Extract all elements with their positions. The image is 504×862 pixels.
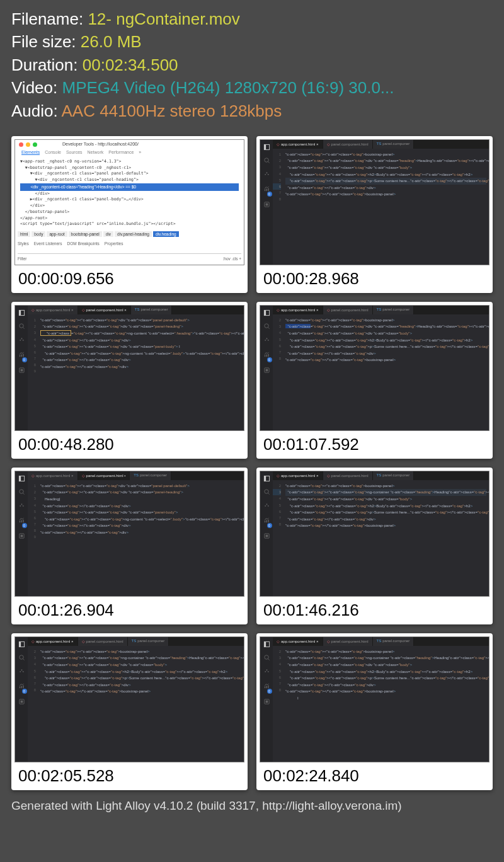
svg-line-63 xyxy=(23,658,24,660)
footer-text: Generated with Light Alloy v4.10.2 (buil… xyxy=(0,795,504,817)
svg-point-62 xyxy=(19,655,23,659)
svg-rect-83 xyxy=(265,701,268,703)
svg-point-76 xyxy=(266,669,267,670)
editor-tabs: ◇app.component.html ×◇panel.component.ht… xyxy=(28,637,244,646)
svg-line-3 xyxy=(268,161,269,163)
svg-rect-61 xyxy=(19,641,21,646)
timestamp: 00:02:05.528 xyxy=(14,762,244,787)
devtools-screenshot: Developer Tools - http://localhost:4200/… xyxy=(14,139,244,265)
dom-tree: ▼<app-root _nghost-c0 ng-version="4.1.3"… xyxy=(20,159,239,227)
editor-screenshot: 0◇app.component.html ×◇panel.component.h… xyxy=(14,471,244,597)
line-numbers: 2345678 xyxy=(273,314,283,430)
svg-rect-43 xyxy=(19,520,20,522)
svg-rect-44 xyxy=(21,520,21,522)
thumbnail-5[interactable]: 0◇app.component.html ×◇panel.component.h… xyxy=(11,468,248,624)
svg-rect-57 xyxy=(268,520,268,523)
duration-value: 00:02:34.500 xyxy=(83,55,178,74)
svg-line-51 xyxy=(268,493,269,494)
svg-point-50 xyxy=(264,490,268,493)
timestamp: 00:00:09.656 xyxy=(14,265,244,290)
thumbnail-3[interactable]: 0◇app.component.html ×◇panel.component.h… xyxy=(11,302,248,459)
code-content: "c-attr">class="c-tag"><"c-attr">class="… xyxy=(40,480,241,536)
thumbnail-grid: Developer Tools - http://localhost:4200/… xyxy=(0,127,504,795)
filename-label: Filename: xyxy=(11,9,88,28)
activity-bar: 0 xyxy=(15,637,28,762)
svg-point-40 xyxy=(21,503,22,505)
editor-screenshot: 0◇app.component.html ×◇panel.component.h… xyxy=(260,471,490,597)
svg-point-14 xyxy=(19,324,23,328)
editor-tabs: ◇app.component.html ×◇panel.component.ht… xyxy=(273,637,489,646)
svg-point-4 xyxy=(266,172,267,173)
line-numbers: 12345678 xyxy=(273,149,283,265)
svg-rect-23 xyxy=(20,369,23,372)
svg-rect-68 xyxy=(21,686,21,688)
svg-point-2 xyxy=(264,158,268,162)
svg-rect-25 xyxy=(264,310,266,315)
svg-rect-55 xyxy=(264,520,265,522)
svg-rect-21 xyxy=(23,354,23,357)
video-label: Video: xyxy=(11,78,62,97)
timestamp: 00:00:28.968 xyxy=(260,265,490,290)
line-numbers: 2345678 xyxy=(28,646,38,762)
code-content: "c-attr">class="c-tag"><"c-attr">class="… xyxy=(285,314,486,364)
file-info-header: Filename: 12- ngContainer.mov File size:… xyxy=(0,0,504,127)
svg-rect-69 xyxy=(23,686,23,689)
svg-rect-35 xyxy=(265,369,268,372)
svg-rect-71 xyxy=(20,701,23,703)
svg-line-75 xyxy=(268,658,269,660)
duration-label: Duration: xyxy=(11,55,83,74)
thumbnail-6[interactable]: 0◇app.component.html ×◇panel.component.h… xyxy=(256,468,493,624)
editor-screenshot: 0◇app.component.html ×◇panel.component.h… xyxy=(260,305,490,431)
svg-rect-45 xyxy=(23,520,23,523)
svg-rect-81 xyxy=(268,686,268,689)
activity-bar: 0 xyxy=(260,140,273,265)
activity-bar: 0 xyxy=(260,471,273,596)
devtools-tabs: ElementsConsoleSourcesNetworkPerformance… xyxy=(21,150,141,155)
devtools-title: Developer Tools - http://localhost:4200/ xyxy=(62,142,139,146)
timestamp: 00:02:24.840 xyxy=(260,762,490,787)
audio-value: AAC 44100Hz stereo 128kbps xyxy=(62,101,282,120)
svg-rect-20 xyxy=(21,354,21,357)
activity-bar: 0 xyxy=(260,306,273,430)
editor-tabs: ◇app.component.html ×◇panel.component.ht… xyxy=(273,471,489,480)
thumbnail-4[interactable]: 0◇app.component.html ×◇panel.component.h… xyxy=(256,302,493,459)
timestamp: 00:01:07.592 xyxy=(260,431,490,456)
svg-rect-73 xyxy=(264,641,266,646)
svg-line-39 xyxy=(23,493,24,494)
line-numbers: 2345678 xyxy=(273,646,283,762)
editor-screenshot: 0◇app.component.html ×◇panel.component.h… xyxy=(260,139,490,265)
svg-rect-1 xyxy=(264,144,266,149)
svg-point-74 xyxy=(264,655,268,659)
code-content: "c-attr">class="c-tag"><"c-attr">class="… xyxy=(40,314,241,370)
filter-bar: Filter:hov .cls + xyxy=(18,253,241,261)
svg-line-15 xyxy=(23,327,24,328)
editor-screenshot: 0◇app.component.html ×◇panel.component.h… xyxy=(14,636,244,762)
svg-point-16 xyxy=(21,338,22,339)
editor-tabs: ◇app.component.html ×◇panel.component.ht… xyxy=(28,471,244,480)
svg-rect-49 xyxy=(264,476,266,481)
line-numbers: 2345678 xyxy=(273,480,283,596)
svg-rect-19 xyxy=(19,355,20,357)
svg-point-38 xyxy=(19,490,23,493)
filesize-label: File size: xyxy=(11,32,81,51)
svg-rect-47 xyxy=(20,535,23,537)
svg-rect-59 xyxy=(265,535,268,537)
svg-rect-79 xyxy=(264,686,265,688)
window-controls xyxy=(19,142,37,147)
svg-point-28 xyxy=(266,338,267,339)
code-content: "c-attr">class="c-tag"><"c-attr">class="… xyxy=(40,646,241,695)
activity-bar: 0 xyxy=(260,637,273,762)
thumbnail-8[interactable]: 0◇app.component.html ×◇panel.component.h… xyxy=(256,633,493,790)
thumbnail-2[interactable]: 0◇app.component.html ×◇panel.component.h… xyxy=(256,136,493,293)
thumbnail-7[interactable]: 0◇app.component.html ×◇panel.component.h… xyxy=(11,633,248,790)
thumbnail-1[interactable]: Developer Tools - http://localhost:4200/… xyxy=(11,136,248,293)
timestamp: 00:01:46.216 xyxy=(260,597,490,621)
svg-rect-7 xyxy=(264,189,265,191)
video-value: MPEG4 Video (H264) 1280x720 (16:9) 30.0.… xyxy=(62,78,394,97)
breadcrumb: htmlbodyapp-rootbootstrap-paneldivdiv.pa… xyxy=(18,231,179,237)
svg-rect-13 xyxy=(19,310,21,315)
svg-point-52 xyxy=(266,503,267,505)
timestamp: 00:00:48.280 xyxy=(14,431,244,456)
svg-point-64 xyxy=(21,669,22,670)
editor-screenshot: 0◇app.component.html ×◇panel.component.h… xyxy=(14,305,244,431)
